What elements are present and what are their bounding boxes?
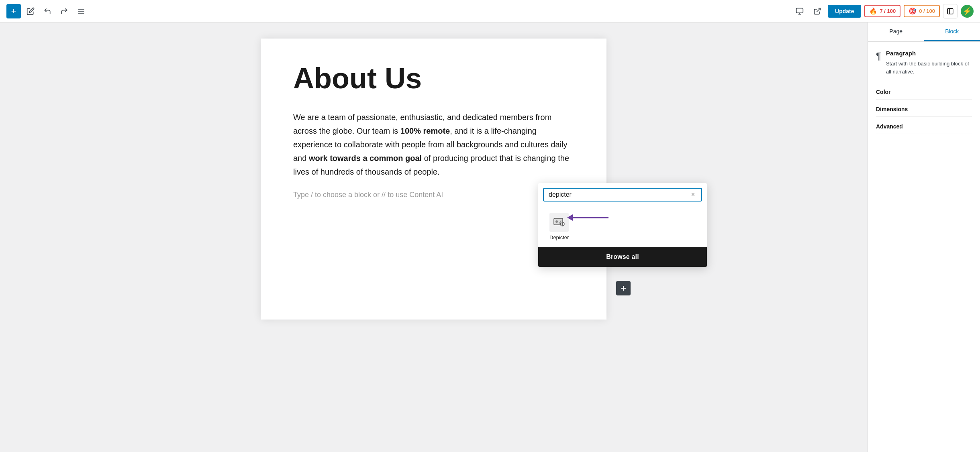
undo-button[interactable] bbox=[40, 4, 55, 18]
add-inline-block-button[interactable] bbox=[616, 281, 631, 295]
tab-page[interactable]: Page bbox=[868, 22, 924, 41]
type-hint: Type / to choose a block or // to use Co… bbox=[293, 191, 574, 199]
advanced-section-label: Advanced bbox=[868, 117, 980, 134]
update-button[interactable]: Update bbox=[828, 5, 861, 18]
ai-score-label: 0 / 100 bbox=[919, 8, 935, 14]
depicter-result-icon bbox=[549, 213, 569, 232]
arrow-annotation bbox=[567, 214, 608, 221]
topbar: + Update 🔥 7 / 100 🎯 0 / 100 bbox=[0, 0, 980, 22]
body-bold-1: 100% remote bbox=[400, 126, 450, 135]
svg-point-10 bbox=[555, 220, 558, 223]
paragraph-header: ¶ Paragraph Start with the basic buildin… bbox=[876, 50, 972, 75]
seo-icon: 🔥 bbox=[869, 7, 877, 15]
editor-canvas: About Us We are a team of passionate, en… bbox=[261, 39, 606, 320]
depicter-result-item[interactable]: Depicter bbox=[545, 210, 574, 244]
block-search-popup: × bbox=[538, 183, 707, 267]
body-bold-2: work towards a common goal bbox=[309, 154, 422, 163]
search-clear-button[interactable]: × bbox=[690, 191, 696, 198]
svg-line-6 bbox=[817, 8, 820, 12]
svg-rect-3 bbox=[796, 8, 803, 13]
topbar-left: + bbox=[6, 4, 789, 18]
paragraph-section: ¶ Paragraph Start with the basic buildin… bbox=[868, 42, 980, 82]
paragraph-description: Start with the basic building block of a… bbox=[886, 60, 972, 75]
ai-score-button[interactable]: 🎯 0 / 100 bbox=[904, 5, 940, 17]
search-input-row: × bbox=[543, 188, 702, 202]
svg-point-12 bbox=[561, 223, 563, 225]
block-search-input[interactable] bbox=[549, 191, 690, 198]
main-layout: About Us We are a team of passionate, en… bbox=[0, 22, 980, 452]
seo-score-label: 7 / 100 bbox=[880, 8, 896, 14]
dimensions-section-label: Dimensions bbox=[868, 100, 980, 116]
topbar-right: Update 🔥 7 / 100 🎯 0 / 100 ⚡ bbox=[792, 4, 974, 18]
redo-button[interactable] bbox=[57, 4, 71, 18]
svg-rect-7 bbox=[947, 8, 953, 14]
sidebar-tabs: Page Block bbox=[868, 22, 980, 42]
search-results: Depicter bbox=[538, 205, 707, 247]
right-sidebar: Page Block ¶ Paragraph Start with the ba… bbox=[868, 22, 980, 452]
sidebar-toggle-button[interactable] bbox=[943, 4, 958, 18]
edit-icon-button[interactable] bbox=[23, 4, 38, 18]
lightning-icon: ⚡ bbox=[963, 7, 972, 16]
browse-all-button[interactable]: Browse all bbox=[538, 247, 707, 267]
tab-block[interactable]: Block bbox=[924, 22, 980, 41]
ai-icon: 🎯 bbox=[909, 7, 917, 15]
page-body: We are a team of passionate, enthusiasti… bbox=[293, 110, 574, 179]
paragraph-icon: ¶ bbox=[876, 51, 881, 62]
external-link-button[interactable] bbox=[810, 4, 825, 18]
paragraph-title: Paragraph bbox=[886, 50, 972, 57]
color-section-label: Color bbox=[868, 82, 980, 99]
editor-area: About Us We are a team of passionate, en… bbox=[0, 22, 868, 452]
depicter-result-label: Depicter bbox=[549, 234, 569, 240]
list-view-button[interactable] bbox=[74, 4, 88, 18]
device-preview-button[interactable] bbox=[792, 4, 807, 18]
advanced-divider bbox=[876, 134, 972, 134]
user-avatar-button[interactable]: ⚡ bbox=[961, 5, 974, 18]
page-title: About Us bbox=[293, 63, 574, 94]
add-block-button[interactable]: + bbox=[6, 4, 21, 18]
seo-score-button[interactable]: 🔥 7 / 100 bbox=[864, 5, 900, 17]
paragraph-info: Paragraph Start with the basic building … bbox=[886, 50, 972, 75]
